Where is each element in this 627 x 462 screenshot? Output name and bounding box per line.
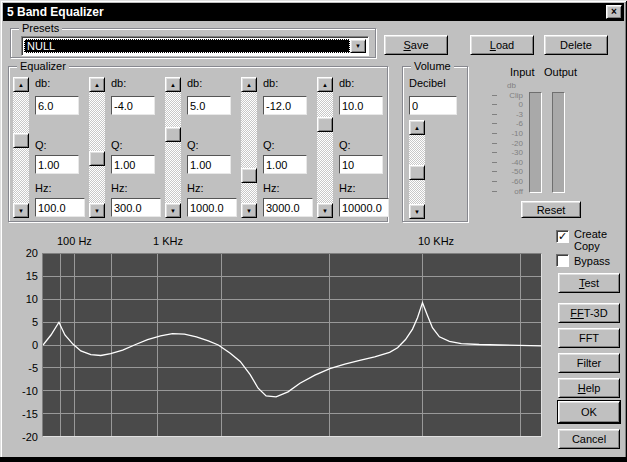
arrow-up-icon: ▲ xyxy=(322,82,328,88)
band-3-gain-slider-thumb[interactable] xyxy=(165,127,181,142)
band-1-gain-slider: ▲ ▼ xyxy=(13,77,29,218)
volume-group: Volume Decibel ▲ ▼ xyxy=(402,66,468,222)
band-2-gain-slider-track[interactable] xyxy=(89,92,105,203)
db-axis-tick-label: -10 xyxy=(4,385,38,397)
band-1-db-input[interactable] xyxy=(35,96,79,115)
create-copy-checkbox[interactable]: ✓ xyxy=(556,230,569,243)
presets-selected-value: NULL xyxy=(24,39,350,53)
meter-scale-label: -6 xyxy=(492,119,526,129)
volume-decibel-input[interactable] xyxy=(409,96,457,115)
band-2-gain-slider-down-button[interactable]: ▼ xyxy=(89,203,105,218)
meter-scale-label: -30 xyxy=(492,148,526,158)
frequency-response-curve xyxy=(43,254,541,436)
arrow-down-icon: ▼ xyxy=(246,208,252,214)
band-4-gain-slider-up-button[interactable]: ▲ xyxy=(241,77,257,92)
meter-scale: db Clip0-3-6-10-20-30-40-50-60off xyxy=(492,81,526,196)
band-1-q-input[interactable] xyxy=(35,155,79,174)
band-3-q-label: Q: xyxy=(187,139,199,151)
volume-slider-up-button[interactable]: ▲ xyxy=(409,120,425,135)
meter-tick xyxy=(492,143,497,144)
band-4-db-label: db: xyxy=(263,77,278,89)
band-1-gain-slider-up-button[interactable]: ▲ xyxy=(13,77,29,92)
band-2-db-input[interactable] xyxy=(111,96,155,115)
db-axis-tick-label: 5 xyxy=(4,316,38,328)
band-1-gain-slider-track[interactable] xyxy=(13,92,29,203)
band-3-q-input[interactable] xyxy=(187,155,231,174)
chevron-down-icon: ▼ xyxy=(355,43,361,49)
band-3-hz-input[interactable] xyxy=(187,198,237,217)
band-1-gain-slider-thumb[interactable] xyxy=(13,133,29,148)
band-2-hz-input[interactable] xyxy=(111,198,161,217)
bypass-checkbox[interactable] xyxy=(556,254,569,267)
band-4-gain-slider-down-button[interactable]: ▼ xyxy=(241,203,257,218)
band-2-q-label: Q: xyxy=(111,139,123,151)
close-button[interactable]: × xyxy=(606,5,622,19)
band-1-hz-input[interactable] xyxy=(35,198,85,217)
save-button[interactable]: Save xyxy=(384,35,448,55)
band-3-hz-label: Hz: xyxy=(187,182,204,194)
meter-scale-label: -60 xyxy=(492,177,526,187)
volume-slider-track[interactable] xyxy=(409,135,425,204)
band-4-gain-slider-track[interactable] xyxy=(241,92,257,203)
meter-tick xyxy=(492,95,497,96)
meter-scale-label: -20 xyxy=(492,139,526,149)
create-copy-label: Create Copy xyxy=(574,228,620,252)
band-5-db-label: db: xyxy=(339,77,354,89)
arrow-down-icon: ▼ xyxy=(18,208,24,214)
input-meter-label: Input xyxy=(510,66,534,78)
band-5-gain-slider-up-button[interactable]: ▲ xyxy=(317,77,333,92)
band-4-q-input[interactable] xyxy=(263,155,307,174)
band-1-gain-slider-down-button[interactable]: ▼ xyxy=(13,203,29,218)
band-4-db-input[interactable] xyxy=(263,96,307,115)
volume-decibel-label: Decibel xyxy=(409,77,446,89)
test-button[interactable]: Test xyxy=(558,273,620,293)
help-button[interactable]: Help xyxy=(558,378,620,398)
band-3-gain-slider-up-button[interactable]: ▲ xyxy=(165,77,181,92)
band-2-q-input[interactable] xyxy=(111,155,155,174)
band-3-db-input[interactable] xyxy=(187,96,231,115)
delete-button-label: Delete xyxy=(560,39,592,51)
fft-3d-button[interactable]: FFT-3D xyxy=(558,303,620,323)
arrow-down-icon: ▼ xyxy=(322,208,328,214)
meter-scale-label: -3 xyxy=(492,110,526,120)
band-2-gain-slider-up-button[interactable]: ▲ xyxy=(89,77,105,92)
band-5-gain-slider-track[interactable] xyxy=(317,92,333,203)
band-5-db-input[interactable] xyxy=(339,96,383,115)
meter-scale-label: Clip xyxy=(492,91,526,101)
band-4-hz-input[interactable] xyxy=(263,198,313,217)
frequency-response-plot xyxy=(42,253,542,437)
cancel-button[interactable]: Cancel xyxy=(558,429,620,449)
band-4-gain-slider-thumb[interactable] xyxy=(241,168,257,183)
equalizer-bands: ▲ ▼ db: Q: Hz: ▲ ▼ db: Q: Hz: ▲ ▼ db: Q:… xyxy=(9,67,387,221)
filter-button[interactable]: Filter xyxy=(558,353,620,373)
band-2-hz-label: Hz: xyxy=(111,182,128,194)
frequency-axis-tick-label: 1 KHz xyxy=(153,235,183,247)
delete-button[interactable]: Delete xyxy=(544,35,608,55)
bypass-label: Bypass xyxy=(574,255,620,267)
close-icon: × xyxy=(611,6,617,18)
preset-actions: SaveLoadDelete xyxy=(384,35,624,55)
band-5-gain-slider-thumb[interactable] xyxy=(317,117,333,132)
presets-dropdown-button[interactable]: ▼ xyxy=(350,39,366,53)
arrow-down-icon: ▼ xyxy=(170,208,176,214)
meter-tick xyxy=(492,133,497,134)
band-5-gain-slider: ▲ ▼ xyxy=(317,77,333,218)
fft-button[interactable]: FFT xyxy=(558,328,620,348)
reset-button-label: Reset xyxy=(537,204,566,216)
band-5-q-input[interactable] xyxy=(339,155,383,174)
band-3-gain-slider-track[interactable] xyxy=(165,92,181,203)
meter-scale-title: db xyxy=(492,81,526,91)
band-3-gain-slider-down-button[interactable]: ▼ xyxy=(165,203,181,218)
load-button[interactable]: Load xyxy=(470,35,534,55)
band-2-gain-slider-thumb[interactable] xyxy=(89,151,105,166)
reset-button[interactable]: Reset xyxy=(521,201,581,218)
band-1: ▲ ▼ db: Q: Hz: xyxy=(13,77,87,219)
volume-slider: ▲ ▼ xyxy=(409,120,425,219)
volume-slider-down-button[interactable]: ▼ xyxy=(409,204,425,219)
band-5-gain-slider-down-button[interactable]: ▼ xyxy=(317,203,333,218)
title-bar[interactable]: 5 Band Equalizer xyxy=(3,3,608,21)
band-5-hz-input[interactable] xyxy=(339,198,389,217)
presets-combobox[interactable]: NULL ▼ xyxy=(21,36,369,56)
ok-button[interactable]: OK xyxy=(558,401,620,423)
volume-slider-thumb[interactable] xyxy=(409,165,425,180)
